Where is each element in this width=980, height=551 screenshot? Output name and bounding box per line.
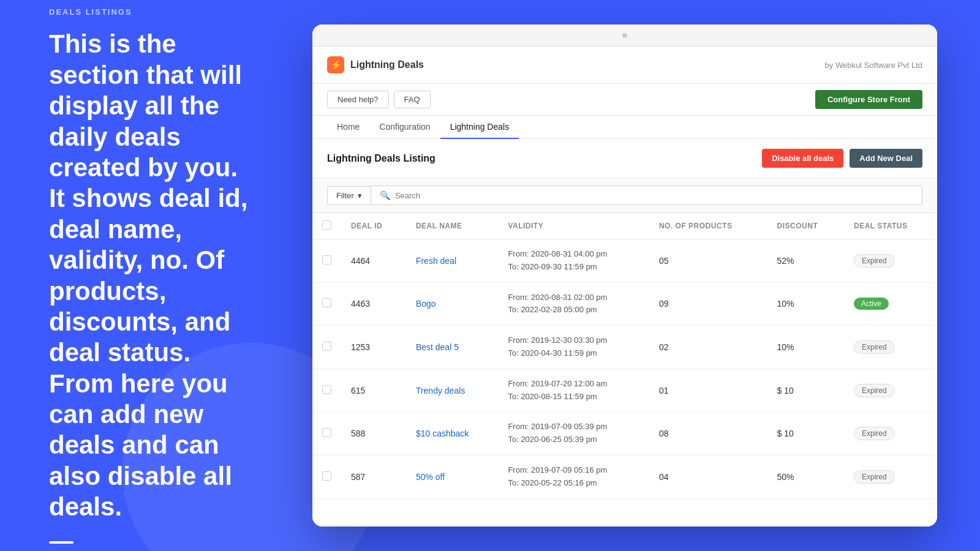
deal-status: Expired bbox=[844, 326, 937, 369]
deal-products: 05 bbox=[649, 239, 767, 283]
divider bbox=[49, 541, 74, 544]
row-checkbox[interactable] bbox=[312, 282, 341, 326]
deal-name-link[interactable]: Bogo bbox=[416, 299, 436, 309]
deal-id: 4464 bbox=[341, 239, 406, 283]
row-select-checkbox[interactable] bbox=[322, 298, 331, 307]
table-row: 4464 Fresh deal From: 2020-08-31 04:00 p… bbox=[312, 239, 937, 283]
tab-configuration[interactable]: Configuration bbox=[369, 116, 440, 139]
search-icon: 🔍 bbox=[380, 190, 390, 200]
deal-name-link[interactable]: Trendy deals bbox=[416, 386, 465, 395]
deal-name-link[interactable]: 50% off bbox=[416, 472, 445, 482]
nav-tabs: Home Configuration Lightning Deals bbox=[312, 116, 937, 139]
deal-status: Active bbox=[844, 282, 937, 326]
status-badge: Expired bbox=[854, 254, 895, 268]
deal-validity: From: 2019-07-20 12:00 amTo: 2020-08-15 … bbox=[498, 369, 649, 412]
row-checkbox[interactable] bbox=[312, 369, 341, 412]
need-help-button[interactable]: Need help? bbox=[327, 91, 389, 108]
row-checkbox[interactable] bbox=[312, 326, 341, 369]
select-all-checkbox[interactable] bbox=[322, 220, 331, 230]
col-status: DEAL STATUS bbox=[844, 213, 937, 239]
deal-discount: 10% bbox=[767, 282, 844, 326]
faq-button[interactable]: FAQ bbox=[394, 91, 431, 108]
app-branding: by Webkul Software Pvt Ltd bbox=[825, 61, 922, 70]
page-title: Lightning Deals Listing bbox=[327, 153, 435, 164]
app-header: ⚡ Lightning Deals by Webkul Software Pvt… bbox=[312, 47, 937, 84]
section-label: DEALS LISTINGS bbox=[49, 7, 257, 17]
deals-table: DEAL ID DEAL NAME VALIDITY NO. OF PRODUC… bbox=[312, 213, 937, 499]
disable-all-deals-button[interactable]: Disable all deals bbox=[762, 149, 843, 168]
deal-products: 01 bbox=[649, 369, 767, 412]
table-row: 4463 Bogo From: 2020-08-31 02:00 pmTo: 2… bbox=[312, 282, 937, 326]
deal-validity: From: 2019-07-09 05:39 pmTo: 2020-06-25 … bbox=[498, 412, 649, 455]
deal-status: Expired bbox=[844, 239, 937, 283]
browser-indicator bbox=[622, 33, 627, 38]
page-actions: Disable all deals Add New Deal bbox=[762, 149, 922, 168]
lightning-icon: ⚡ bbox=[327, 56, 344, 73]
deal-name[interactable]: 50% off bbox=[406, 455, 499, 498]
deal-name[interactable]: Best deal 5 bbox=[406, 326, 499, 369]
deal-status: Expired bbox=[844, 369, 937, 412]
row-checkbox[interactable] bbox=[312, 239, 341, 283]
filter-chevron-icon: ▾ bbox=[358, 191, 362, 200]
col-products: NO. OF PRODUCTS bbox=[649, 213, 767, 239]
deal-discount: 10% bbox=[767, 326, 844, 369]
right-panel: ⚡ Lightning Deals by Webkul Software Pvt… bbox=[294, 6, 980, 545]
left-panel: DEALS LISTINGS This is the section that … bbox=[0, 0, 294, 551]
deal-status: Expired bbox=[844, 455, 937, 498]
deal-id: 4463 bbox=[341, 282, 406, 326]
deal-validity: From: 2020-08-31 04:00 pmTo: 2020-09-30 … bbox=[498, 239, 649, 283]
row-select-checkbox[interactable] bbox=[322, 255, 331, 264]
search-input[interactable] bbox=[395, 191, 913, 200]
table-row: 587 50% off From: 2019-07-09 05:16 pmTo:… bbox=[312, 455, 937, 498]
table-row: 588 $10 cashback From: 2019-07-09 05:39 … bbox=[312, 412, 937, 455]
browser-content: ⚡ Lightning Deals by Webkul Software Pvt… bbox=[312, 47, 937, 527]
toolbar-left: Need help? FAQ bbox=[327, 91, 431, 108]
deal-discount: $ 10 bbox=[767, 369, 844, 412]
row-select-checkbox[interactable] bbox=[322, 342, 331, 351]
filter-button[interactable]: Filter ▾ bbox=[327, 186, 371, 205]
status-badge: Active bbox=[854, 298, 889, 310]
deal-id: 615 bbox=[341, 369, 406, 412]
row-checkbox[interactable] bbox=[312, 412, 341, 455]
row-select-checkbox[interactable] bbox=[322, 428, 331, 437]
deal-name-link[interactable]: $10 cashback bbox=[416, 429, 469, 438]
toolbar: Need help? FAQ Configure Store Front bbox=[312, 84, 937, 116]
deal-discount: 50% bbox=[767, 455, 844, 498]
status-badge: Expired bbox=[854, 470, 895, 484]
status-badge: Expired bbox=[854, 340, 895, 354]
deal-id: 588 bbox=[341, 412, 406, 455]
table-row: 1253 Best deal 5 From: 2019-12-30 03:30 … bbox=[312, 326, 937, 369]
deal-status: Expired bbox=[844, 412, 937, 455]
configure-store-button[interactable]: Configure Store Front bbox=[815, 90, 922, 109]
deal-validity: From: 2019-12-30 03:30 pmTo: 2020-04-30 … bbox=[498, 326, 649, 369]
col-validity: VALIDITY bbox=[498, 213, 649, 239]
deal-discount: $ 10 bbox=[767, 412, 844, 455]
status-badge: Expired bbox=[854, 427, 895, 440]
table-row: 615 Trendy deals From: 2019-07-20 12:00 … bbox=[312, 369, 937, 412]
deal-validity: From: 2020-08-31 02:00 pmTo: 2022-02-28 … bbox=[498, 282, 649, 326]
deal-name[interactable]: $10 cashback bbox=[406, 412, 499, 455]
deal-name-link[interactable]: Best deal 5 bbox=[416, 342, 459, 352]
row-select-checkbox[interactable] bbox=[322, 385, 331, 394]
deal-id: 1253 bbox=[341, 326, 406, 369]
add-new-deal-button[interactable]: Add New Deal bbox=[850, 149, 922, 168]
browser-mockup: ⚡ Lightning Deals by Webkul Software Pvt… bbox=[312, 24, 937, 527]
deal-name[interactable]: Trendy deals bbox=[406, 369, 499, 412]
deal-validity: From: 2019-07-09 05:16 pmTo: 2020-05-22 … bbox=[498, 455, 649, 498]
main-description: This is the section that will display al… bbox=[49, 29, 257, 522]
deal-name-link[interactable]: Fresh deal bbox=[416, 256, 456, 266]
row-select-checkbox[interactable] bbox=[322, 471, 331, 481]
deal-products: 08 bbox=[649, 412, 767, 455]
search-box: 🔍 bbox=[371, 186, 922, 205]
tab-lightning-deals[interactable]: Lightning Deals bbox=[440, 116, 519, 139]
deal-name[interactable]: Bogo bbox=[406, 282, 499, 326]
deal-name[interactable]: Fresh deal bbox=[406, 239, 499, 283]
filter-label: Filter bbox=[336, 191, 354, 200]
table-header-row: DEAL ID DEAL NAME VALIDITY NO. OF PRODUC… bbox=[312, 213, 937, 239]
browser-bar bbox=[312, 24, 937, 47]
deal-id: 587 bbox=[341, 455, 406, 498]
row-checkbox[interactable] bbox=[312, 455, 341, 498]
tab-home[interactable]: Home bbox=[327, 116, 369, 139]
deal-products: 02 bbox=[649, 326, 767, 369]
app-logo: ⚡ Lightning Deals bbox=[327, 56, 424, 73]
